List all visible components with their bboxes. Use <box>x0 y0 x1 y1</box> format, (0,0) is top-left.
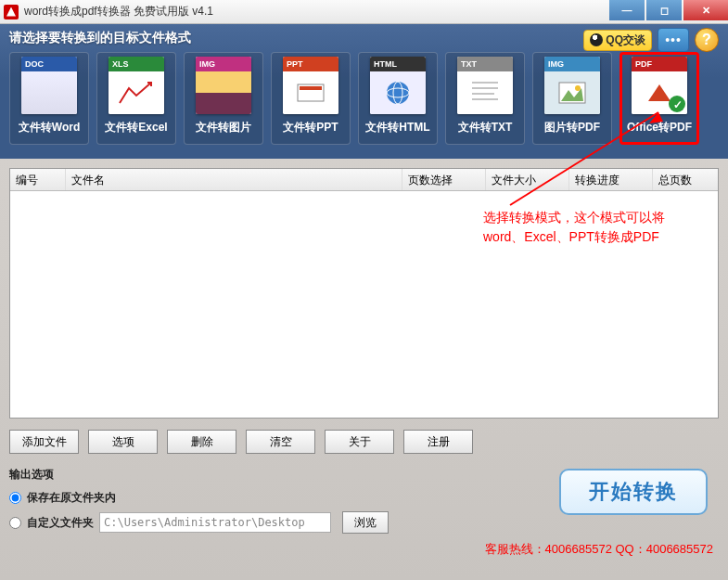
titlebar: word转换成pdf转换器 免费试用版 v4.1 — ◻ ✕ <box>0 0 728 24</box>
about-button[interactable]: 关于 <box>325 430 394 454</box>
col-index[interactable]: 编号 <box>10 169 66 190</box>
svg-point-11 <box>575 85 581 91</box>
clear-button[interactable]: 清空 <box>246 430 315 454</box>
maximize-button[interactable]: ◻ <box>646 0 682 20</box>
format-header: 请选择要转换到的目标文件格式 QQ交谈 ••• ? DOC文件转Word XLS… <box>0 24 728 159</box>
hotline-text: 客服热线：4006685572 QQ：4006685572 <box>485 541 713 558</box>
main-area: 编号 文件名 页数选择 文件大小 转换进度 总页数 选择转换模式，这个模式可以将… <box>0 159 728 580</box>
chat-button[interactable]: ••• <box>658 28 689 52</box>
table-body: 选择转换模式，这个模式可以将 word、Excel、PPT转换成PDF <box>10 191 718 418</box>
col-total[interactable]: 总页数 <box>653 169 718 190</box>
col-progress[interactable]: 转换进度 <box>569 169 653 190</box>
window-title: word转换成pdf转换器 免费试用版 v4.1 <box>24 4 213 19</box>
format-txt[interactable]: TXT文件转TXT <box>445 52 525 145</box>
file-table: 编号 文件名 页数选择 文件大小 转换进度 总页数 选择转换模式，这个模式可以将… <box>9 168 719 419</box>
action-buttons: 添加文件 选项 删除 清空 关于 注册 <box>9 430 719 454</box>
format-list: DOC文件转Word XLS文件转Excel IMG文件转图片 PPT文件转PP… <box>9 52 719 145</box>
output-path-input[interactable] <box>99 512 331 533</box>
add-file-button[interactable]: 添加文件 <box>9 430 79 454</box>
svg-point-2 <box>387 82 409 104</box>
close-button[interactable]: ✕ <box>683 0 728 20</box>
app-icon <box>4 5 19 19</box>
format-office2pdf[interactable]: PDFOffice转PDF <box>619 52 699 145</box>
start-convert-button[interactable]: 开始转换 <box>559 469 708 515</box>
options-button[interactable]: 选项 <box>88 430 158 454</box>
table-header: 编号 文件名 页数选择 文件大小 转换进度 总页数 <box>10 169 718 191</box>
col-filename[interactable]: 文件名 <box>66 169 402 190</box>
delete-button[interactable]: 删除 <box>167 430 236 454</box>
help-button[interactable]: ? <box>695 28 719 52</box>
radio-same-folder[interactable] <box>9 492 21 504</box>
format-img2pdf[interactable]: IMG图片转PDF <box>532 52 612 145</box>
radio-custom-folder[interactable] <box>9 517 21 529</box>
col-size[interactable]: 文件大小 <box>486 169 569 190</box>
minimize-button[interactable]: — <box>609 0 645 20</box>
qq-chat-button[interactable]: QQ交谈 <box>583 30 652 51</box>
format-word[interactable]: DOC文件转Word <box>9 52 89 145</box>
svg-rect-1 <box>300 86 322 90</box>
format-ppt[interactable]: PPT文件转PPT <box>271 52 351 145</box>
format-html[interactable]: HTML文件转HTML <box>358 52 438 145</box>
format-excel[interactable]: XLS文件转Excel <box>96 52 176 145</box>
browse-button[interactable]: 浏览 <box>342 511 389 534</box>
annotation-text: 选择转换模式，这个模式可以将 word、Excel、PPT转换成PDF <box>483 208 665 247</box>
radio-same-label: 保存在原文件夹内 <box>27 490 116 506</box>
penguin-icon <box>590 33 603 46</box>
col-pages[interactable]: 页数选择 <box>402 169 486 190</box>
register-button[interactable]: 注册 <box>403 430 473 454</box>
format-image[interactable]: IMG文件转图片 <box>184 52 263 145</box>
radio-custom-label: 自定义文件夹 <box>27 515 94 531</box>
